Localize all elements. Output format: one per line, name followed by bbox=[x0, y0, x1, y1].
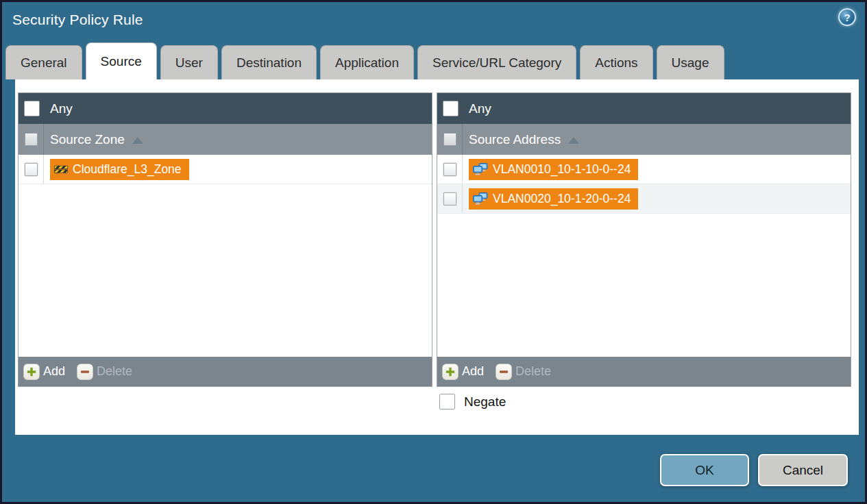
delete-label: Delete bbox=[97, 364, 132, 379]
add-button[interactable]: Add bbox=[442, 364, 484, 380]
source-zone-any-checkbox[interactable] bbox=[25, 101, 39, 116]
sort-ascending-icon bbox=[132, 137, 143, 144]
tab-source[interactable]: Source bbox=[86, 42, 157, 79]
address-icon bbox=[473, 192, 488, 205]
dialog-title: Security Policy Rule bbox=[12, 12, 143, 28]
row-checkbox[interactable] bbox=[25, 163, 38, 176]
delete-button[interactable]: Delete bbox=[77, 364, 132, 380]
tab-actions[interactable]: Actions bbox=[580, 45, 652, 79]
add-label: Add bbox=[43, 364, 65, 379]
source-zone-any-label: Any bbox=[50, 101, 73, 116]
source-address-list: VLAN0010_10-1-10-0--24 bbox=[437, 155, 851, 357]
zone-tag[interactable]: Cloudflare_L3_Zone bbox=[50, 159, 189, 180]
source-address-any-row: Any bbox=[437, 93, 851, 124]
row-checkbox[interactable] bbox=[443, 163, 456, 176]
zone-name: Cloudflare_L3_Zone bbox=[73, 162, 182, 177]
tab-user[interactable]: User bbox=[160, 45, 218, 79]
tab-usage[interactable]: Usage bbox=[657, 45, 724, 79]
address-name: VLAN0020_10-1-20-0--24 bbox=[493, 192, 631, 206]
source-zone-list: Cloudflare_L3_Zone bbox=[19, 155, 432, 357]
delete-button[interactable]: Delete bbox=[496, 364, 551, 380]
sort-ascending-icon bbox=[568, 137, 579, 144]
negate-control: Negate bbox=[439, 394, 506, 410]
source-address-select-all-checkbox[interactable] bbox=[443, 133, 456, 146]
delete-label: Delete bbox=[515, 364, 551, 379]
table-row[interactable]: Cloudflare_L3_Zone bbox=[19, 155, 432, 184]
table-row[interactable]: VLAN0010_10-1-10-0--24 bbox=[437, 155, 851, 184]
source-address-any-checkbox[interactable] bbox=[443, 101, 458, 116]
source-address-column-header[interactable]: Source Address bbox=[437, 124, 851, 155]
plus-icon bbox=[23, 364, 40, 380]
row-checkbox[interactable] bbox=[443, 192, 456, 205]
tab-bar: General Source User Destination Applicat… bbox=[5, 42, 724, 79]
source-zone-column-header[interactable]: Source Zone bbox=[19, 124, 432, 155]
source-zone-column-label: Source Zone bbox=[50, 132, 125, 147]
security-policy-rule-dialog: Security Policy Rule ? General Source Us… bbox=[0, 0, 867, 504]
tab-application[interactable]: Application bbox=[320, 45, 414, 79]
plus-icon bbox=[442, 364, 459, 380]
tab-service-url-category[interactable]: Service/URL Category bbox=[417, 45, 576, 79]
help-icon[interactable]: ? bbox=[838, 8, 856, 26]
dialog-titlebar: Security Policy Rule ? bbox=[2, 2, 865, 42]
source-zone-footer: Add Delete bbox=[19, 357, 432, 386]
address-name: VLAN0010_10-1-10-0--24 bbox=[493, 162, 631, 177]
minus-icon bbox=[496, 364, 512, 380]
source-address-panel: Any Source Address bbox=[437, 92, 851, 387]
ok-button[interactable]: OK bbox=[660, 454, 749, 486]
source-zone-panel: Any Source Zone bbox=[18, 92, 432, 387]
table-row[interactable]: VLAN0020_10-1-20-0--24 bbox=[437, 184, 851, 214]
add-button[interactable]: Add bbox=[23, 364, 65, 380]
negate-label: Negate bbox=[464, 394, 506, 410]
add-label: Add bbox=[462, 364, 484, 379]
source-address-column-label: Source Address bbox=[469, 132, 561, 147]
source-address-any-label: Any bbox=[469, 101, 491, 116]
address-icon bbox=[473, 163, 488, 175]
cancel-button[interactable]: Cancel bbox=[758, 454, 848, 486]
source-tab-body: Any Source Zone bbox=[15, 79, 859, 435]
address-tag[interactable]: VLAN0010_10-1-10-0--24 bbox=[469, 159, 638, 180]
source-zone-any-row: Any bbox=[19, 93, 432, 124]
help-glyph: ? bbox=[844, 12, 850, 23]
negate-checkbox[interactable] bbox=[439, 394, 455, 410]
tab-general[interactable]: General bbox=[5, 45, 82, 79]
source-address-footer: Add Delete bbox=[437, 357, 851, 386]
source-zone-select-all-checkbox[interactable] bbox=[25, 133, 38, 146]
address-tag[interactable]: VLAN0020_10-1-20-0--24 bbox=[469, 188, 638, 210]
minus-icon bbox=[77, 364, 93, 380]
tab-destination[interactable]: Destination bbox=[221, 45, 317, 79]
zone-icon bbox=[54, 164, 68, 175]
